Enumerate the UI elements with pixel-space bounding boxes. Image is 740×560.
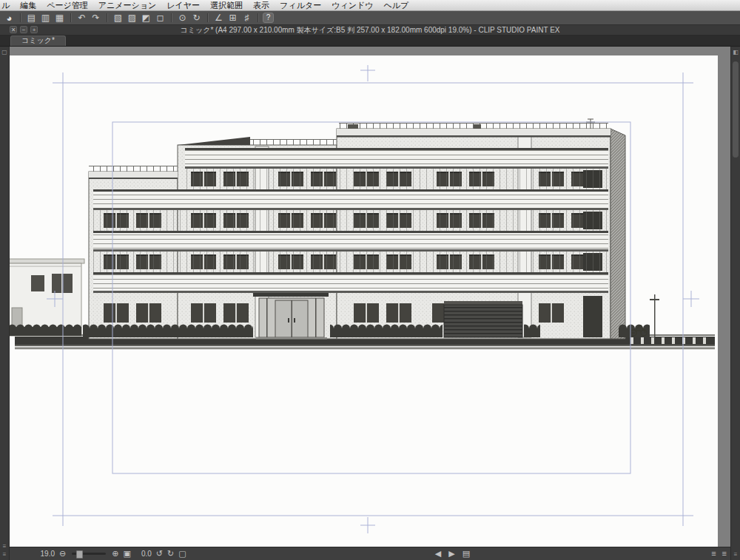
open-file-icon[interactable]: ▥	[39, 13, 52, 24]
right-palette-dock: ◧ ≡	[730, 47, 740, 560]
clip-studio-logo-icon[interactable]: ◕	[3, 13, 16, 24]
page-navigation: ◀ ▶ ▤	[435, 548, 470, 559]
snap-grid-icon[interactable]: ⊞	[226, 13, 239, 24]
menu-filter[interactable]: フィルター	[275, 0, 326, 10]
command-bar: ◕ ▤ ▥ ▦ ↶ ↷ ▧ ▨ ◩ ◻ ⊙ ↻ ∠ ⊞ ♯ ?	[0, 11, 740, 25]
toolbar-separator	[258, 13, 258, 22]
page-list-icon[interactable]: ▤	[462, 548, 470, 559]
left-palette-dock: ▢ ≡ ≡	[0, 47, 10, 560]
toolbar-separator	[70, 13, 71, 22]
save-icon[interactable]: ▦	[53, 13, 66, 24]
zoom-slider-thumb[interactable]	[76, 550, 83, 559]
rotate-right-icon[interactable]: ↻	[167, 548, 174, 559]
left-dock-menu-icon[interactable]: ≡	[0, 543, 9, 550]
left-dock-panel-icon[interactable]: ▢	[0, 49, 9, 56]
menu-page-management[interactable]: ページ管理	[41, 0, 93, 10]
statusbar-right-group: ≡ ≡	[711, 548, 727, 559]
toolbar-separator	[171, 13, 172, 22]
menu-selection[interactable]: 選択範囲	[205, 0, 248, 10]
right-dock-panel-icon[interactable]: ◧	[731, 49, 740, 56]
right-dock-menu-icon[interactable]: ≡	[731, 551, 740, 559]
canvas-page	[9, 55, 718, 547]
zoom-slider[interactable]	[72, 553, 106, 555]
reset-rotation-icon[interactable]: ▢	[178, 548, 186, 559]
menu-window[interactable]: ウィンドウ	[326, 0, 378, 10]
deselect-icon[interactable]: ▧	[112, 13, 124, 24]
rotation-value[interactable]: 0.0	[135, 550, 152, 558]
statusbar: 19.0 ⊖ ⊕ ▣ 0.0 ↺ ↻ ▢ ◀ ▶ ▤ ≡ ≡	[0, 547, 740, 560]
zoom-value[interactable]: 19.0	[38, 550, 55, 558]
document-titlebar: ✕ − + コミック* (A4 297.00 x 210.00mm 製本サイズ:…	[0, 25, 740, 36]
document-tabbar: コミック*	[0, 36, 740, 47]
panel-toggle-icon[interactable]: ≡	[711, 548, 716, 559]
left-dock-menu-icon[interactable]: ≡	[0, 551, 9, 559]
menu-edit[interactable]: 編集	[15, 0, 41, 10]
next-page-icon[interactable]: ▶	[448, 548, 454, 559]
minimize-icon[interactable]: −	[20, 26, 27, 33]
canvas-viewport[interactable]	[0, 47, 740, 547]
undo-icon[interactable]: ↶	[75, 13, 88, 24]
document-title: コミック* (A4 297.00 x 210.00mm 製本サイズ:B5 判 2…	[181, 26, 560, 34]
window-controls: ✕ − +	[10, 26, 38, 33]
invert-selection-icon[interactable]: ◩	[140, 13, 152, 24]
help-icon[interactable]: ?	[263, 13, 274, 23]
rotate-canvas-icon[interactable]: ↻	[190, 13, 203, 24]
tab-comic[interactable]: コミック*	[10, 36, 66, 46]
menu-layer[interactable]: レイヤー	[161, 0, 205, 10]
rotate-left-icon[interactable]: ↺	[156, 548, 163, 559]
marquee-icon[interactable]: ◻	[154, 13, 166, 24]
new-canvas-icon[interactable]: ▤	[25, 13, 38, 24]
menu-file-truncated[interactable]: ル	[0, 0, 15, 10]
reselect-icon[interactable]: ▨	[126, 13, 138, 24]
close-icon[interactable]: ✕	[10, 26, 17, 33]
menu-view[interactable]: 表示	[248, 0, 275, 10]
prev-page-icon[interactable]: ◀	[435, 548, 441, 559]
toolbar-separator	[207, 13, 208, 22]
zoom-out-icon[interactable]: ⊖	[59, 548, 66, 559]
zoom-in-icon[interactable]: ⊕	[112, 548, 118, 559]
toolbar-separator	[107, 13, 107, 22]
snap-guide-icon[interactable]: ♯	[240, 13, 253, 24]
menubar: ル 編集 ページ管理 アニメーション レイヤー 選択範囲 表示 フィルター ウィ…	[0, 0, 740, 11]
menu-animation[interactable]: アニメーション	[93, 0, 162, 10]
vertical-scrollbar[interactable]	[733, 61, 739, 158]
clip-studio-paint-window: { "menubar": { "items": ["ル", "編集", "ページ…	[0, 0, 740, 560]
menu-help[interactable]: ヘルプ	[378, 0, 414, 10]
toolbar-separator	[20, 13, 21, 22]
fit-to-screen-icon[interactable]: ▣	[123, 548, 130, 559]
maximize-icon[interactable]: +	[30, 26, 38, 33]
redo-icon[interactable]: ↷	[90, 13, 102, 24]
panel-toggle-icon[interactable]: ≡	[722, 548, 727, 559]
zoom-tool-icon[interactable]: ⊙	[176, 13, 189, 24]
snap-ruler-icon[interactable]: ∠	[212, 13, 225, 24]
